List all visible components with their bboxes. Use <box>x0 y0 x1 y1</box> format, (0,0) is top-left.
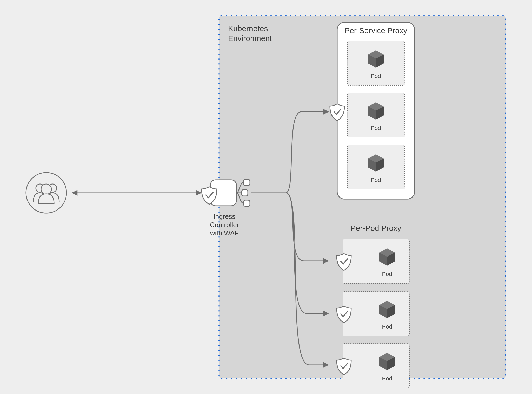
per-service-title: Per-Service Proxy <box>344 26 407 35</box>
service-pod-3: Pod <box>347 145 404 189</box>
boundary-title-1: Kubernetes <box>228 24 268 33</box>
service-pod-1: Pod <box>347 41 404 85</box>
service-pod-2: Pod <box>347 93 404 137</box>
ingress-label-3: with WAF <box>210 229 239 237</box>
architecture-diagram: Kubernetes Environment Ingress Controlle… <box>0 0 532 394</box>
users-icon <box>26 173 66 213</box>
pod-label: Pod <box>382 271 392 277</box>
pod-label: Pod <box>371 73 381 79</box>
pod-label: Pod <box>371 177 381 183</box>
ingress-label-2: Controller <box>210 221 239 229</box>
pod-label: Pod <box>382 323 392 330</box>
pod-label: Pod <box>371 125 381 131</box>
ingress-label-1: Ingress <box>213 213 235 220</box>
per-pod-1: Pod <box>337 239 409 283</box>
boundary-title-2: Environment <box>228 34 272 43</box>
pod-label: Pod <box>382 375 392 382</box>
per-pod-2: Pod <box>337 292 409 336</box>
per-pod-title: Per-Pod Proxy <box>350 224 401 232</box>
per-pod-3: Pod <box>337 344 409 388</box>
users-node <box>26 173 66 213</box>
per-service-proxy: Per-Service Proxy Pod Pod Pod <box>330 22 415 199</box>
